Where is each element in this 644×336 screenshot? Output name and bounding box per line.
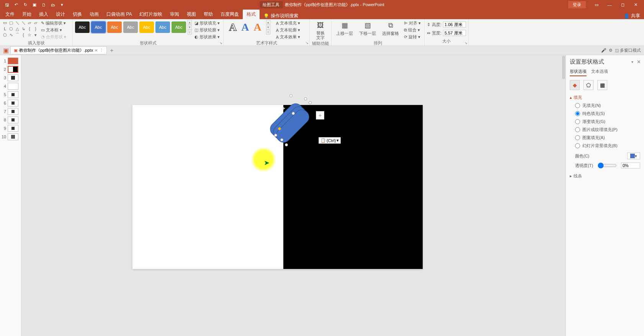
minimize-icon[interactable]: — [603,1,616,9]
tab-format[interactable]: 格式 [243,10,260,19]
tab-view[interactable]: 视图 [183,10,200,19]
fill-pattern-radio[interactable]: 图案填充(A) [575,135,640,141]
thumb-10[interactable]: 10 [0,133,21,141]
add-tab-button[interactable]: + [107,46,116,55]
rotation-handle-icon[interactable]: ⟳ [281,106,285,111]
wordart-gallery[interactable]: A A A ▴▾▿ [226,20,273,34]
alt-text-button[interactable]: 🖼 替换 文字 [314,20,327,41]
tab-help[interactable]: 帮助 [200,10,217,19]
text-box-button[interactable]: ▭文本框▾ [40,27,67,33]
wordart-style-2[interactable]: A [241,21,249,33]
pane-options-icon[interactable]: ▾ [631,60,633,64]
selection-handle[interactable] [309,101,312,104]
save-icon[interactable]: 🖫 [3,1,11,9]
selection-handle[interactable] [289,94,293,97]
shape-gallery[interactable]: ▭▢＼＼▱▱ ᒪ⬡△↳{} ⬡∿⌒{☆▾ [2,20,38,38]
thumb-5[interactable]: 5 [0,90,21,99]
tab-design[interactable]: 设计 [52,10,69,19]
open-file-icon[interactable]: 🗁 [49,1,57,9]
thumb-9[interactable]: 9 [0,124,21,133]
style-swatch-4[interactable]: Abc [123,21,138,33]
selection-handle[interactable] [292,112,295,115]
wordart-style-1[interactable]: A [229,21,237,33]
thumb-2[interactable]: 2 [0,65,21,74]
document-tab[interactable]: ▣ 教你制作《ppt制作创意图片功能》.pptx ✕ ⋮ [10,46,107,54]
tab-baidu[interactable]: 百度网盘 [217,10,243,19]
style-gallery-nav[interactable]: ▴▾▿ [188,20,192,34]
thumb-3[interactable]: 3 [0,74,21,82]
tab-file[interactable]: 文件 [2,10,18,19]
selected-shape[interactable]: ⟳ [266,101,309,143]
selection-handle[interactable] [304,97,307,100]
selection-handle[interactable] [280,138,283,141]
pane-tab-shape-options[interactable]: 形状选项 [570,69,587,76]
style-swatch-1[interactable]: Abc [75,21,90,33]
adjustment-handle[interactable] [278,127,281,130]
thumb-4[interactable]: 4 [0,82,21,90]
paste-options-button[interactable]: 📋 (Ctrl) ▾ [319,137,341,144]
wordart-launcher-icon[interactable]: ↘ [306,41,309,45]
fill-solid-radio[interactable]: 纯色填充(S) [575,111,640,116]
size-props-tab-icon[interactable]: ▦ [597,80,607,90]
shape-style-gallery[interactable]: Abc Abc Abc Abc Abc Abc Abc ▴▾▿ [75,20,192,34]
tab-slideshow[interactable]: 幻灯片放映 [136,10,166,19]
wordart-gallery-nav[interactable]: ▴▾▿ [266,20,270,34]
pane-tab-text-options[interactable]: 文本选项 [591,69,608,76]
tab-insert[interactable]: 插入 [35,10,52,19]
merge-shapes-button[interactable]: ◔合并形状▾ [40,34,67,40]
style-swatch-3[interactable]: Abc [107,21,122,33]
wordart-style-3[interactable]: A [253,21,261,33]
tab-review[interactable]: 审阅 [166,10,183,19]
fill-gradient-radio[interactable]: 渐变填充(G) [575,119,640,125]
fill-none-radio[interactable]: 无填充(N) [575,103,640,108]
slideshow-start-icon[interactable]: ▣ [31,1,38,9]
size-launcher-icon[interactable]: ↘ [464,41,467,45]
multiwindow-button[interactable]: ◫ 多窗口模式 [615,48,641,53]
vertical-scrollbar[interactable] [562,55,566,336]
text-effects-button[interactable]: A文本效果▾ [275,34,301,40]
tab-animations[interactable]: 动画 [86,10,103,19]
share-button[interactable]: 👤 共享 [624,13,640,19]
width-input[interactable] [443,30,466,36]
rotate-button[interactable]: ⟳旋转▾ [403,34,422,40]
slide-canvas-area[interactable]: ⟳ + 📋 (Ctrl) ▾ ➤ [21,55,566,336]
pane-close-icon[interactable]: ✕ [637,59,641,65]
thumb-8[interactable]: 8 [0,116,21,124]
fill-picture-radio[interactable]: 图片或纹理填充(P) [575,127,640,133]
group-button[interactable]: ⧉组合▾ [403,27,422,33]
fill-section-header[interactable]: ▴ 填充 [570,95,640,100]
transparency-input[interactable] [621,162,640,169]
thumb-1[interactable]: 1 [0,57,21,65]
ribbon-display-icon[interactable]: ▭ [590,1,603,9]
text-outline-button[interactable]: A文本轮廓▾ [275,27,301,33]
shape-outline-button[interactable]: ◫形状轮廓▾ [193,27,221,33]
undo-icon[interactable]: ↶ [12,1,20,9]
shape-styles-launcher-icon[interactable]: ↘ [219,41,222,45]
send-backward-button[interactable]: ▧下移一层 [357,20,378,37]
text-fill-button[interactable]: A文本填充▾ [275,20,301,26]
line-section-header[interactable]: ▸ 线条 [570,173,640,179]
style-swatch-7[interactable]: Abc [172,21,186,33]
edit-shape-button[interactable]: ✎编辑形状▾ [40,20,67,26]
style-swatch-5[interactable]: Abc [139,21,154,33]
settings-gear-icon[interactable]: ⚙ [609,48,613,53]
doc-tab-close-icon[interactable]: ✕ [95,48,98,52]
new-file-icon[interactable]: 🗋 [40,1,47,9]
tab-home[interactable]: 开始 [18,10,35,19]
close-icon[interactable]: ✕ [629,1,642,9]
tab-transitions[interactable]: 切换 [69,10,86,19]
doc-tab-menu-icon[interactable]: ⋮ [99,48,103,53]
style-swatch-2[interactable]: Abc [91,21,106,33]
align-button[interactable]: ⊫对齐▾ [403,20,422,26]
tab-pocket-anim[interactable]: 口袋动画 PA [103,10,136,19]
maximize-icon[interactable]: ◻ [616,1,629,9]
qat-more-icon[interactable]: ▾ [58,1,66,9]
login-button[interactable]: 登录 [568,1,586,8]
fill-slidebg-radio[interactable]: 幻灯片背景填充(B) [575,143,640,149]
selection-handle[interactable] [285,143,288,146]
voice-icon[interactable]: 🎤 [601,48,606,53]
style-swatch-6[interactable]: Abc [155,21,170,33]
shape-effects-button[interactable]: ◐形状效果▾ [193,34,221,40]
scrollbar-thumb[interactable] [562,56,565,79]
tell-me-search[interactable]: 💡 操作说明搜索 [260,13,302,19]
